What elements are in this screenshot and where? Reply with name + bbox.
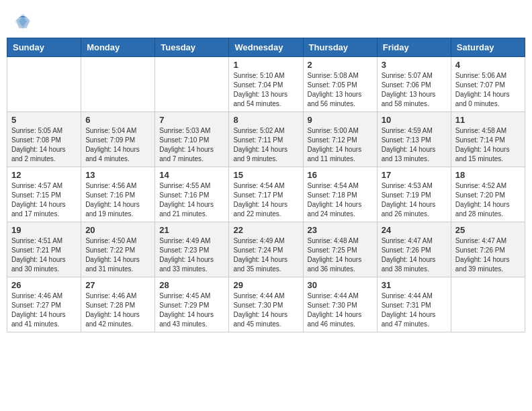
calendar-cell: 15Sunrise: 4:54 AM Sunset: 7:17 PM Dayli…	[229, 167, 303, 222]
day-number: 3	[382, 60, 447, 70]
day-number: 11	[455, 115, 521, 125]
calendar-cell: 30Sunrise: 4:44 AM Sunset: 7:30 PM Dayli…	[303, 277, 377, 332]
calendar-cell: 10Sunrise: 4:59 AM Sunset: 7:13 PM Dayli…	[377, 112, 451, 167]
calendar-cell: 3Sunrise: 5:07 AM Sunset: 7:06 PM Daylig…	[377, 57, 451, 112]
day-info: Sunrise: 4:54 AM Sunset: 7:17 PM Dayligh…	[233, 181, 298, 219]
calendar-cell: 22Sunrise: 4:49 AM Sunset: 7:24 PM Dayli…	[229, 222, 303, 277]
day-number: 12	[11, 170, 77, 180]
calendar-cell: 23Sunrise: 4:48 AM Sunset: 7:25 PM Dayli…	[303, 222, 377, 277]
day-number: 22	[233, 225, 298, 235]
calendar-cell	[155, 57, 229, 112]
calendar-cell: 8Sunrise: 5:02 AM Sunset: 7:11 PM Daylig…	[229, 112, 303, 167]
day-info: Sunrise: 4:45 AM Sunset: 7:29 PM Dayligh…	[159, 291, 224, 329]
day-info: Sunrise: 4:51 AM Sunset: 7:21 PM Dayligh…	[11, 236, 77, 274]
day-number: 26	[11, 280, 77, 290]
day-number: 7	[159, 115, 224, 125]
day-info: Sunrise: 5:05 AM Sunset: 7:08 PM Dayligh…	[11, 126, 77, 164]
calendar-cell: 29Sunrise: 4:44 AM Sunset: 7:30 PM Dayli…	[229, 277, 303, 332]
weekday-header-wednesday: Wednesday	[229, 38, 303, 57]
day-number: 25	[455, 225, 521, 235]
day-info: Sunrise: 4:46 AM Sunset: 7:27 PM Dayligh…	[11, 291, 77, 329]
day-info: Sunrise: 5:00 AM Sunset: 7:12 PM Dayligh…	[308, 126, 373, 164]
day-number: 29	[233, 280, 298, 290]
day-number: 10	[382, 115, 447, 125]
calendar-cell: 1Sunrise: 5:10 AM Sunset: 7:04 PM Daylig…	[229, 57, 303, 112]
day-info: Sunrise: 4:53 AM Sunset: 7:19 PM Dayligh…	[382, 181, 447, 219]
calendar-cell	[451, 277, 525, 332]
day-number: 24	[382, 225, 447, 235]
calendar-cell	[7, 57, 81, 112]
day-info: Sunrise: 5:07 AM Sunset: 7:06 PM Dayligh…	[382, 71, 447, 109]
day-info: Sunrise: 5:06 AM Sunset: 7:07 PM Dayligh…	[455, 71, 521, 109]
weekday-header-sunday: Sunday	[7, 38, 81, 57]
logo-icon	[13, 12, 32, 31]
day-number: 2	[308, 60, 373, 70]
day-info: Sunrise: 4:44 AM Sunset: 7:31 PM Dayligh…	[382, 291, 447, 329]
day-number: 23	[308, 225, 373, 235]
day-number: 30	[308, 280, 373, 290]
day-info: Sunrise: 4:44 AM Sunset: 7:30 PM Dayligh…	[308, 291, 373, 329]
day-number: 31	[382, 280, 447, 290]
day-number: 15	[233, 170, 298, 180]
calendar-cell: 5Sunrise: 5:05 AM Sunset: 7:08 PM Daylig…	[7, 112, 81, 167]
day-number: 6	[85, 115, 150, 125]
day-info: Sunrise: 5:02 AM Sunset: 7:11 PM Dayligh…	[233, 126, 298, 164]
day-info: Sunrise: 4:57 AM Sunset: 7:15 PM Dayligh…	[11, 181, 77, 219]
calendar-cell: 11Sunrise: 4:58 AM Sunset: 7:14 PM Dayli…	[451, 112, 525, 167]
day-info: Sunrise: 5:10 AM Sunset: 7:04 PM Dayligh…	[233, 71, 298, 109]
calendar-week-5: 26Sunrise: 4:46 AM Sunset: 7:27 PM Dayli…	[7, 277, 525, 332]
page-header	[7, 7, 525, 34]
day-number: 28	[159, 280, 224, 290]
weekday-header-row: SundayMondayTuesdayWednesdayThursdayFrid…	[7, 38, 525, 57]
calendar-cell: 9Sunrise: 5:00 AM Sunset: 7:12 PM Daylig…	[303, 112, 377, 167]
calendar-cell: 16Sunrise: 4:54 AM Sunset: 7:18 PM Dayli…	[303, 167, 377, 222]
day-info: Sunrise: 4:44 AM Sunset: 7:30 PM Dayligh…	[233, 291, 298, 329]
day-number: 16	[308, 170, 373, 180]
calendar-table: SundayMondayTuesdayWednesdayThursdayFrid…	[7, 38, 525, 332]
calendar-cell: 19Sunrise: 4:51 AM Sunset: 7:21 PM Dayli…	[7, 222, 81, 277]
day-number: 20	[85, 225, 150, 235]
day-number: 19	[11, 225, 77, 235]
calendar-cell: 13Sunrise: 4:56 AM Sunset: 7:16 PM Dayli…	[81, 167, 155, 222]
weekday-header-tuesday: Tuesday	[155, 38, 229, 57]
day-info: Sunrise: 4:48 AM Sunset: 7:25 PM Dayligh…	[308, 236, 373, 274]
day-info: Sunrise: 4:47 AM Sunset: 7:26 PM Dayligh…	[455, 236, 521, 274]
calendar-cell: 31Sunrise: 4:44 AM Sunset: 7:31 PM Dayli…	[377, 277, 451, 332]
calendar-cell: 27Sunrise: 4:46 AM Sunset: 7:28 PM Dayli…	[81, 277, 155, 332]
weekday-header-thursday: Thursday	[303, 38, 377, 57]
calendar-cell: 6Sunrise: 5:04 AM Sunset: 7:09 PM Daylig…	[81, 112, 155, 167]
calendar-cell: 24Sunrise: 4:47 AM Sunset: 7:26 PM Dayli…	[377, 222, 451, 277]
day-info: Sunrise: 4:52 AM Sunset: 7:20 PM Dayligh…	[455, 181, 521, 219]
calendar-cell: 17Sunrise: 4:53 AM Sunset: 7:19 PM Dayli…	[377, 167, 451, 222]
day-info: Sunrise: 4:50 AM Sunset: 7:22 PM Dayligh…	[85, 236, 150, 274]
day-number: 18	[455, 170, 521, 180]
day-number: 1	[233, 60, 298, 70]
day-info: Sunrise: 4:47 AM Sunset: 7:26 PM Dayligh…	[382, 236, 447, 274]
day-info: Sunrise: 4:46 AM Sunset: 7:28 PM Dayligh…	[85, 291, 150, 329]
day-info: Sunrise: 4:56 AM Sunset: 7:16 PM Dayligh…	[85, 181, 150, 219]
weekday-header-friday: Friday	[377, 38, 451, 57]
day-number: 27	[85, 280, 150, 290]
calendar-cell: 7Sunrise: 5:03 AM Sunset: 7:10 PM Daylig…	[155, 112, 229, 167]
calendar-cell	[81, 57, 155, 112]
calendar-cell: 26Sunrise: 4:46 AM Sunset: 7:27 PM Dayli…	[7, 277, 81, 332]
calendar-week-3: 12Sunrise: 4:57 AM Sunset: 7:15 PM Dayli…	[7, 167, 525, 222]
calendar-cell: 18Sunrise: 4:52 AM Sunset: 7:20 PM Dayli…	[451, 167, 525, 222]
day-number: 21	[159, 225, 224, 235]
calendar-week-1: 1Sunrise: 5:10 AM Sunset: 7:04 PM Daylig…	[7, 57, 525, 112]
calendar-cell: 14Sunrise: 4:55 AM Sunset: 7:16 PM Dayli…	[155, 167, 229, 222]
day-info: Sunrise: 4:49 AM Sunset: 7:24 PM Dayligh…	[233, 236, 298, 274]
day-number: 13	[85, 170, 150, 180]
day-number: 14	[159, 170, 224, 180]
day-number: 8	[233, 115, 298, 125]
calendar-cell: 2Sunrise: 5:08 AM Sunset: 7:05 PM Daylig…	[303, 57, 377, 112]
day-number: 9	[308, 115, 373, 125]
day-number: 17	[382, 170, 447, 180]
calendar-cell: 12Sunrise: 4:57 AM Sunset: 7:15 PM Dayli…	[7, 167, 81, 222]
logo	[13, 12, 35, 31]
calendar-cell: 20Sunrise: 4:50 AM Sunset: 7:22 PM Dayli…	[81, 222, 155, 277]
day-info: Sunrise: 4:59 AM Sunset: 7:13 PM Dayligh…	[382, 126, 447, 164]
weekday-header-monday: Monday	[81, 38, 155, 57]
day-info: Sunrise: 4:58 AM Sunset: 7:14 PM Dayligh…	[455, 126, 521, 164]
day-info: Sunrise: 5:04 AM Sunset: 7:09 PM Dayligh…	[85, 126, 150, 164]
